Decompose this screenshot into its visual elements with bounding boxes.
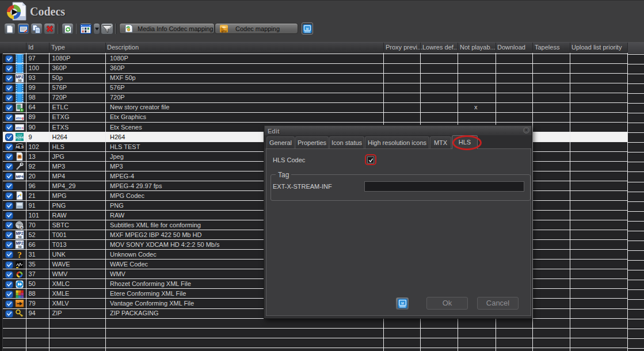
svg-text:M: M [401, 302, 404, 305]
svg-text:50: 50 [18, 78, 21, 82]
svg-text:MTX: MTX [221, 30, 227, 33]
svg-text:50: 50 [18, 245, 21, 249]
svg-text:enc: enc [17, 138, 22, 141]
svg-text:M: M [306, 26, 309, 30]
svg-text:HLS: HLS [16, 145, 24, 149]
svg-text:g: g [22, 116, 24, 119]
svg-text:MP4: MP4 [16, 174, 24, 178]
svg-text:?: ? [17, 250, 22, 259]
svg-text:50: 50 [18, 235, 21, 239]
